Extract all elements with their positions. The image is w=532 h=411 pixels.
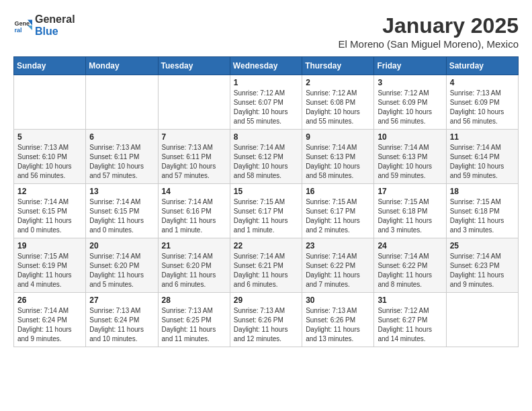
- day-info: Sunrise: 7:13 AM Sunset: 6:26 PM Dayligh…: [234, 306, 298, 344]
- header-monday: Monday: [86, 57, 158, 75]
- day-info: Sunrise: 7:14 AM Sunset: 6:22 PM Dayligh…: [306, 252, 370, 289]
- calendar-cell: 7Sunrise: 7:13 AM Sunset: 6:11 PM Daylig…: [158, 130, 230, 184]
- day-info: Sunrise: 7:13 AM Sunset: 6:11 PM Dayligh…: [162, 143, 226, 181]
- day-number: 6: [89, 132, 154, 142]
- day-info: Sunrise: 7:14 AM Sunset: 6:13 PM Dayligh…: [378, 143, 442, 181]
- day-number: 18: [450, 187, 515, 196]
- day-number: 17: [378, 187, 442, 196]
- calendar-cell: 28Sunrise: 7:13 AM Sunset: 6:25 PM Dayli…: [158, 293, 230, 347]
- calendar-cell: 14Sunrise: 7:14 AM Sunset: 6:16 PM Dayli…: [158, 184, 230, 238]
- logo-text-blue: Blue: [35, 26, 75, 38]
- calendar-cell: 4Sunrise: 7:13 AM Sunset: 6:09 PM Daylig…: [446, 75, 518, 130]
- day-info: Sunrise: 7:12 AM Sunset: 6:09 PM Dayligh…: [378, 89, 442, 126]
- calendar-cell: 13Sunrise: 7:14 AM Sunset: 6:15 PM Dayli…: [86, 184, 158, 238]
- day-number: 16: [306, 187, 370, 196]
- calendar-cell: 12Sunrise: 7:14 AM Sunset: 6:15 PM Dayli…: [14, 184, 86, 238]
- week-row-3: 12Sunrise: 7:14 AM Sunset: 6:15 PM Dayli…: [14, 184, 519, 238]
- calendar-title: January 2025: [339, 13, 519, 38]
- day-number: 28: [162, 295, 226, 305]
- header-row: SundayMondayTuesdayWednesdayThursdayFrid…: [14, 57, 519, 75]
- day-number: 7: [162, 132, 226, 142]
- calendar-cell: [158, 75, 230, 130]
- day-number: 15: [234, 187, 298, 196]
- day-info: Sunrise: 7:15 AM Sunset: 6:18 PM Dayligh…: [378, 197, 442, 235]
- day-info: Sunrise: 7:13 AM Sunset: 6:10 PM Dayligh…: [17, 143, 82, 181]
- day-number: 12: [17, 187, 82, 196]
- day-info: Sunrise: 7:13 AM Sunset: 6:26 PM Dayligh…: [306, 306, 370, 344]
- day-number: 30: [306, 295, 370, 305]
- day-info: Sunrise: 7:14 AM Sunset: 6:16 PM Dayligh…: [162, 197, 226, 235]
- calendar-cell: 30Sunrise: 7:13 AM Sunset: 6:26 PM Dayli…: [302, 293, 374, 347]
- calendar-cell: 16Sunrise: 7:15 AM Sunset: 6:17 PM Dayli…: [302, 184, 374, 238]
- svg-text:ral: ral: [14, 26, 21, 33]
- calendar-cell: [86, 75, 158, 130]
- week-row-1: 1Sunrise: 7:12 AM Sunset: 6:07 PM Daylig…: [14, 75, 519, 130]
- calendar-cell: 19Sunrise: 7:15 AM Sunset: 6:19 PM Dayli…: [14, 238, 86, 293]
- day-number: 23: [306, 241, 370, 250]
- header-sunday: Sunday: [14, 57, 86, 75]
- day-info: Sunrise: 7:12 AM Sunset: 6:08 PM Dayligh…: [306, 89, 370, 126]
- day-info: Sunrise: 7:13 AM Sunset: 6:11 PM Dayligh…: [89, 143, 154, 181]
- week-row-2: 5Sunrise: 7:13 AM Sunset: 6:10 PM Daylig…: [14, 130, 519, 184]
- page-header: Gene ral General Blue January 2025 El Mo…: [13, 13, 519, 50]
- day-info: Sunrise: 7:14 AM Sunset: 6:14 PM Dayligh…: [450, 143, 515, 181]
- day-number: 27: [89, 295, 154, 305]
- day-info: Sunrise: 7:14 AM Sunset: 6:20 PM Dayligh…: [162, 252, 226, 289]
- day-info: Sunrise: 7:14 AM Sunset: 6:22 PM Dayligh…: [378, 252, 442, 289]
- calendar-cell: 3Sunrise: 7:12 AM Sunset: 6:09 PM Daylig…: [374, 75, 446, 130]
- day-number: 8: [234, 132, 298, 142]
- calendar-cell: 24Sunrise: 7:14 AM Sunset: 6:22 PM Dayli…: [374, 238, 446, 293]
- svg-marker-3: [28, 26, 32, 30]
- calendar-cell: 23Sunrise: 7:14 AM Sunset: 6:22 PM Dayli…: [302, 238, 374, 293]
- day-info: Sunrise: 7:13 AM Sunset: 6:24 PM Dayligh…: [89, 306, 154, 344]
- day-number: 10: [378, 132, 442, 142]
- day-info: Sunrise: 7:14 AM Sunset: 6:15 PM Dayligh…: [89, 197, 154, 235]
- day-number: 13: [89, 187, 154, 196]
- day-info: Sunrise: 7:15 AM Sunset: 6:17 PM Dayligh…: [234, 197, 298, 235]
- calendar-table: SundayMondayTuesdayWednesdayThursdayFrid…: [13, 56, 519, 347]
- day-info: Sunrise: 7:13 AM Sunset: 6:25 PM Dayligh…: [162, 306, 226, 344]
- calendar-cell: 27Sunrise: 7:13 AM Sunset: 6:24 PM Dayli…: [86, 293, 158, 347]
- day-number: 14: [162, 187, 226, 196]
- header-friday: Friday: [374, 57, 446, 75]
- day-info: Sunrise: 7:12 AM Sunset: 6:07 PM Dayligh…: [234, 89, 298, 126]
- svg-text:Gene: Gene: [14, 20, 30, 27]
- logo-icon: Gene ral: [13, 16, 32, 35]
- day-number: 21: [162, 241, 226, 250]
- calendar-cell: 17Sunrise: 7:15 AM Sunset: 6:18 PM Dayli…: [374, 184, 446, 238]
- day-info: Sunrise: 7:15 AM Sunset: 6:17 PM Dayligh…: [306, 197, 370, 235]
- header-thursday: Thursday: [302, 57, 374, 75]
- calendar-subtitle: El Moreno (San Miguel Moreno), Mexico: [339, 38, 519, 50]
- day-number: 24: [378, 241, 442, 250]
- day-number: 19: [17, 241, 82, 250]
- day-info: Sunrise: 7:14 AM Sunset: 6:13 PM Dayligh…: [306, 143, 370, 181]
- day-number: 26: [17, 295, 82, 305]
- day-info: Sunrise: 7:14 AM Sunset: 6:12 PM Dayligh…: [234, 143, 298, 181]
- day-number: 11: [450, 132, 515, 142]
- calendar-cell: 25Sunrise: 7:14 AM Sunset: 6:23 PM Dayli…: [446, 238, 518, 293]
- week-row-4: 19Sunrise: 7:15 AM Sunset: 6:19 PM Dayli…: [14, 238, 519, 293]
- calendar-cell: 11Sunrise: 7:14 AM Sunset: 6:14 PM Dayli…: [446, 130, 518, 184]
- day-info: Sunrise: 7:14 AM Sunset: 6:15 PM Dayligh…: [17, 197, 82, 235]
- calendar-cell: [14, 75, 86, 130]
- calendar-cell: [446, 293, 518, 347]
- day-info: Sunrise: 7:14 AM Sunset: 6:23 PM Dayligh…: [450, 252, 515, 289]
- calendar-cell: 20Sunrise: 7:14 AM Sunset: 6:20 PM Dayli…: [86, 238, 158, 293]
- calendar-cell: 26Sunrise: 7:14 AM Sunset: 6:24 PM Dayli…: [14, 293, 86, 347]
- day-number: 4: [450, 78, 515, 87]
- logo-text-general: General: [35, 13, 75, 26]
- calendar-cell: 21Sunrise: 7:14 AM Sunset: 6:20 PM Dayli…: [158, 238, 230, 293]
- calendar-cell: 2Sunrise: 7:12 AM Sunset: 6:08 PM Daylig…: [302, 75, 374, 130]
- day-info: Sunrise: 7:12 AM Sunset: 6:27 PM Dayligh…: [378, 306, 442, 344]
- day-number: 5: [17, 132, 82, 142]
- day-number: 20: [89, 241, 154, 250]
- calendar-cell: 1Sunrise: 7:12 AM Sunset: 6:07 PM Daylig…: [230, 75, 302, 130]
- day-info: Sunrise: 7:15 AM Sunset: 6:19 PM Dayligh…: [17, 252, 82, 289]
- week-row-5: 26Sunrise: 7:14 AM Sunset: 6:24 PM Dayli…: [14, 293, 519, 347]
- day-number: 9: [306, 132, 370, 142]
- day-number: 31: [378, 295, 442, 305]
- calendar-cell: 8Sunrise: 7:14 AM Sunset: 6:12 PM Daylig…: [230, 130, 302, 184]
- day-info: Sunrise: 7:13 AM Sunset: 6:09 PM Dayligh…: [450, 89, 515, 126]
- day-info: Sunrise: 7:15 AM Sunset: 6:18 PM Dayligh…: [450, 197, 515, 235]
- day-info: Sunrise: 7:14 AM Sunset: 6:20 PM Dayligh…: [89, 252, 154, 289]
